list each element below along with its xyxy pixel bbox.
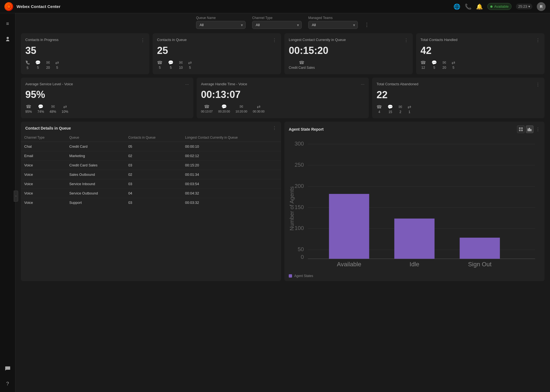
channel-voice: 5 xyxy=(25,60,30,70)
table-row: VoiceSupport0300:03:32 xyxy=(21,198,281,207)
col-contacts-in-queue: Contacts in Queue xyxy=(125,133,182,142)
card-menu-icon[interactable]: ⋮ xyxy=(141,38,145,43)
card-title: Contacts in Progress xyxy=(25,38,59,42)
kpi-row-2: Average Service Level - Voice ··· 95% ☎ … xyxy=(21,78,544,118)
managed-teams-label: Managed Teams xyxy=(308,16,333,20)
table-cell: Email xyxy=(21,151,66,161)
card-menu-icon[interactable]: ⋮ xyxy=(536,38,540,43)
globe-icon[interactable]: 🌐 xyxy=(453,3,460,10)
filters-more-icon[interactable]: ⋮ xyxy=(364,22,369,29)
social-icon: ⇄ xyxy=(63,104,67,109)
channel-type-select[interactable]: All xyxy=(252,21,302,29)
card-menu-icon[interactable]: ··· xyxy=(361,82,364,87)
channel-social: ⇄ 10% xyxy=(62,104,68,114)
phone-icon: ☎ xyxy=(204,104,210,109)
svg-text:Idle: Idle xyxy=(409,261,419,268)
phone-icon[interactable]: 📞 xyxy=(465,3,472,10)
channel-val: 5 xyxy=(37,66,39,70)
phone-icon: ☎ xyxy=(420,60,426,65)
table-cell: 03 xyxy=(125,179,182,189)
svg-rect-5 xyxy=(521,130,523,131)
avatar[interactable]: R xyxy=(537,2,546,11)
status-badge[interactable]: Available xyxy=(487,3,512,10)
table-row: ChatCredit Card0500:00:10 xyxy=(21,142,281,151)
table-cell: Service Inbound xyxy=(66,179,125,189)
sidebar-item-menu[interactable]: ≡ xyxy=(3,19,13,29)
svg-rect-8 xyxy=(530,129,531,131)
queue-name-select[interactable]: All xyxy=(196,21,246,29)
table-cell: Voice xyxy=(21,198,66,207)
table-card-title: Contact Details in Queue xyxy=(25,126,71,130)
bar-chart: 300 250 200 150 100 50 0 Number of Agent… xyxy=(289,138,540,269)
channel-chat: 💬 5 xyxy=(431,60,437,70)
avg-handle-time-card: Average Handle Time - Voice ··· 00:13:07… xyxy=(197,78,369,118)
longest-contact-card: Longest Contact Currently in Queue ⋮ 00:… xyxy=(284,33,413,74)
table-cell: Voice xyxy=(21,161,66,170)
channel-social: ⇄ 1 xyxy=(408,104,411,114)
bar-sign-out xyxy=(460,238,500,259)
table-menu-icon[interactable]: ⋮ xyxy=(272,125,277,131)
card-menu-icon[interactable]: ⋮ xyxy=(272,38,277,43)
chat-icon: 💬 xyxy=(38,104,43,109)
sidebar-item-chat[interactable] xyxy=(3,363,13,373)
kpi-channels: 5 💬 5 ✉ 20 ⇄ 5 xyxy=(25,60,145,70)
table-cell: 00:03:32 xyxy=(182,198,281,207)
phone-channel-icon xyxy=(25,60,30,65)
channel-social: ⇄ 5 xyxy=(55,60,59,70)
kpi-value: 35 xyxy=(25,46,145,56)
table-cell: 05 xyxy=(125,142,182,151)
card-title: Average Handle Time - Voice xyxy=(201,82,247,87)
topbar-icons: 🌐 📞 🔔 Available 25:23 ▾ R xyxy=(453,2,546,11)
phone-icon: ☎ xyxy=(157,60,163,65)
kpi-channels: ☎ Credit Card Sales xyxy=(289,60,408,70)
table-cell: 02 xyxy=(125,151,182,161)
card-title: Longest Contact Currently in Queue xyxy=(289,38,346,42)
svg-text:150: 150 xyxy=(295,204,304,210)
card-header: Contacts in Progress ⋮ xyxy=(25,38,145,43)
channel-email: ✉ 2 xyxy=(398,104,402,114)
bell-icon[interactable]: 🔔 xyxy=(476,3,483,10)
managed-teams-select[interactable]: All xyxy=(308,21,358,29)
channel-email: ✉ 10 xyxy=(179,60,183,70)
contacts-in-progress-card: Contacts in Progress ⋮ 35 5 💬 5 xyxy=(21,33,149,74)
table-cell: Service Outbound xyxy=(66,189,125,198)
card-header: Total Contacts Handled ⋮ xyxy=(420,38,540,43)
svg-rect-3 xyxy=(521,127,523,129)
svg-text:0: 0 xyxy=(301,254,304,260)
chart-menu-icon[interactable]: ⋮ xyxy=(536,127,540,132)
topbar: Webex Contact Center 🌐 📞 🔔 Available 25:… xyxy=(0,0,550,13)
card-menu-icon[interactable]: ··· xyxy=(185,82,189,87)
social-icon: ⇄ xyxy=(452,60,455,65)
table-row: VoiceCredit Card Sales0300:15:20 xyxy=(21,161,281,170)
table-cell: 03 xyxy=(125,198,182,207)
table-cell: 02 xyxy=(125,170,182,179)
table-cell: Credit Card xyxy=(66,142,125,151)
table-cell: 00:03:54 xyxy=(182,179,281,189)
table-row: EmailMarketing0200:02:12 xyxy=(21,151,281,161)
card-menu-icon[interactable]: ⋮ xyxy=(536,82,540,87)
svg-rect-2 xyxy=(519,127,521,129)
chart-view-toggle xyxy=(517,125,534,133)
grid-view-button[interactable] xyxy=(517,125,525,133)
table-cell: Voice xyxy=(21,179,66,189)
email-icon: ✉ xyxy=(398,104,402,109)
table-cell: 00:15:20 xyxy=(182,161,281,170)
email-channel-icon: ✉ xyxy=(46,60,50,65)
legend-label: Agent States xyxy=(294,274,313,278)
channel-val: 5 xyxy=(56,66,58,70)
sidebar-item-help[interactable]: ? xyxy=(3,379,13,389)
table-cell: 04 xyxy=(125,189,182,198)
social-icon: ⇄ xyxy=(257,104,260,109)
social-icon: ⇄ xyxy=(188,60,192,65)
sidebar-collapse-button[interactable]: › xyxy=(14,191,18,202)
sidebar-item-contacts[interactable] xyxy=(3,34,13,44)
table-body: ChatCredit Card0500:00:10EmailMarketing0… xyxy=(21,142,281,207)
chart-title: Agent State Report xyxy=(289,127,324,131)
channel-voice: ☎ Credit Card Sales xyxy=(289,60,315,70)
filters-row: Queue Name All Channel Type All Managed … xyxy=(21,16,544,29)
channel-email: ✉ 48% xyxy=(50,104,56,114)
bar-chart-view-button[interactable] xyxy=(526,125,534,133)
kpi-value: 25 xyxy=(157,46,277,56)
card-menu-icon[interactable]: ⋮ xyxy=(404,38,408,43)
channel-social: ⇄ 5 xyxy=(188,60,192,70)
